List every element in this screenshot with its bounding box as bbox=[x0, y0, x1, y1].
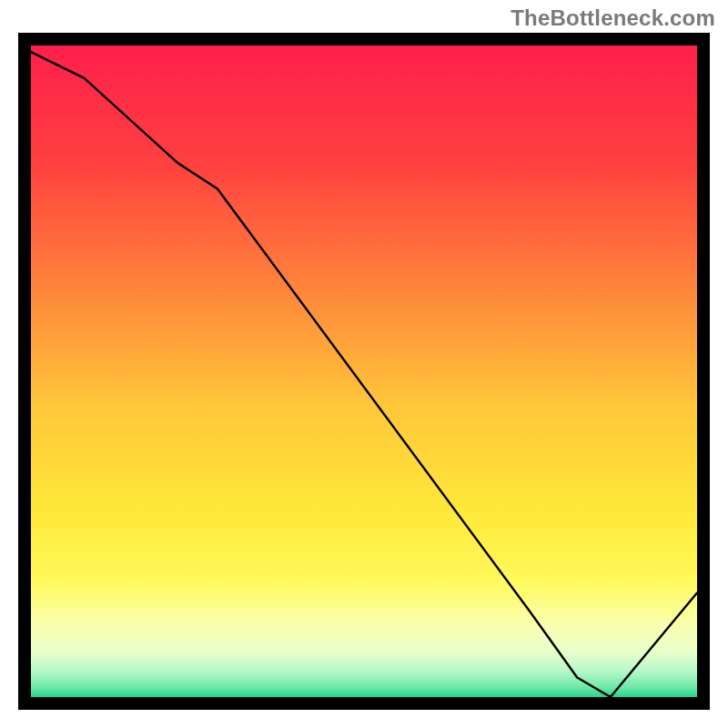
bottleneck-chart bbox=[0, 0, 728, 728]
chart-frame: TheBottleneck.com bbox=[0, 0, 728, 728]
plot-background bbox=[31, 46, 697, 697]
